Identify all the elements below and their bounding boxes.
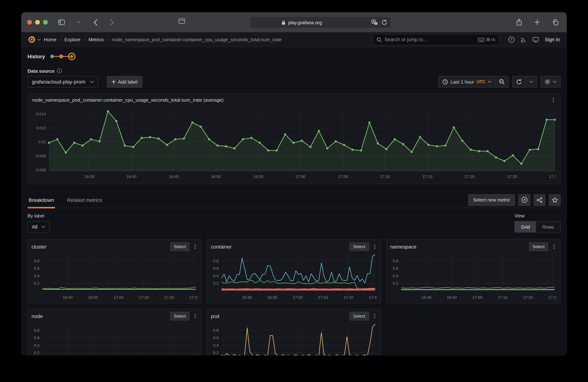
tabs-icon [552,19,558,25]
breakdown-panel-pod: podSelect16:4016:5017:0017:1017:2017:300… [207,308,381,355]
datasource-label: Data source [27,68,55,74]
by-label-select[interactable]: All [27,221,49,233]
refresh-button[interactable] [513,76,525,87]
bookmark-button[interactable] [549,194,561,206]
main-timeseries-chart[interactable]: 16:3516:4016:4516:5016:5517:0017:0517:10… [32,105,556,182]
reload-icon[interactable] [382,19,387,25]
desktop: play.grafana.org Ax̂ [0,0,588,382]
chevron-down-icon [488,81,491,83]
url-text: play.grafana.org [288,20,322,25]
share-button[interactable] [513,17,525,28]
tab-related-metrics[interactable]: Related metrics [66,192,103,208]
breadcrumb-item[interactable]: Metrics [88,37,104,42]
container-chart[interactable]: 16:4016:5017:0017:1017:2017:300.20.40.60… [211,252,377,302]
select-pod-button[interactable]: Select [350,312,369,321]
sidebar-toggle-button[interactable] [56,17,67,28]
svg-text:0.6: 0.6 [213,336,219,340]
zoom-window-button[interactable] [43,20,48,25]
namespace-chart[interactable]: 16:4016:5017:0017:1017:2017:300.20.40.60… [390,252,556,302]
panel-menu-button[interactable] [372,244,377,249]
minimize-window-button[interactable] [35,20,40,25]
sidebar-icon [58,19,65,25]
kebab-icon [551,244,556,249]
svg-text:17:00: 17:00 [293,295,303,300]
translate-icon[interactable]: Ax̂ [372,19,378,25]
svg-text:0.2: 0.2 [393,281,398,286]
svg-text:0.2: 0.2 [213,350,219,355]
share-panel-button[interactable] [534,194,545,206]
sign-in-link[interactable]: Sign in [545,37,560,42]
grafana-logo[interactable] [27,36,41,44]
tab-overview-button[interactable] [549,17,561,28]
history-timeline[interactable] [49,53,77,60]
settings-button[interactable] [541,76,560,87]
panel-menu-button[interactable] [372,314,377,319]
lock-icon [281,20,286,25]
svg-text:17:20: 17:20 [464,174,475,179]
breadcrumb-item[interactable]: Explore [64,37,80,42]
display-button[interactable] [532,37,539,42]
svg-text:17:20: 17:20 [523,295,533,300]
by-label-value: All [32,224,38,230]
svg-text:0.6: 0.6 [34,266,40,270]
node-chart[interactable]: 16:4016:5017:0017:1017:2017:300.20.40.60… [32,321,198,355]
explore-button[interactable] [519,194,530,206]
settings-group [541,76,561,88]
refresh-interval-button[interactable] [526,76,537,87]
traffic-lights [27,20,48,25]
view-grid-option[interactable]: Grid [515,221,536,232]
zoom-out-icon [499,79,505,85]
svg-text:0.8: 0.8 [34,259,40,263]
zoom-out-button[interactable] [495,76,508,87]
svg-text:0.014: 0.014 [36,112,46,116]
view-rows-option[interactable]: Rows [536,221,560,232]
select-cluster-button[interactable]: Select [170,242,189,251]
search-icon [376,37,381,42]
plus-icon [111,79,116,84]
close-window-button[interactable] [27,20,32,25]
forward-button[interactable] [106,17,118,28]
panel-menu-button[interactable] [551,244,556,249]
share-network-icon [537,197,542,203]
select-node-button[interactable]: Select [170,312,189,321]
refresh-picker [512,76,537,88]
search-input[interactable]: Search or jump to... ⌘+k [372,34,499,45]
plus-icon [534,19,540,25]
pod-chart[interactable]: 16:4016:5017:0017:1017:2017:300.20.40.60… [211,321,377,355]
metric-panel: node_namespace_pod_container:container_c… [27,93,561,184]
cluster-chart[interactable]: 16:4016:5017:0017:1017:2017:300.20.40.60… [32,252,198,302]
sidebar-menu-chevron-button[interactable] [73,17,84,28]
add-label-button[interactable]: Add label [107,76,142,88]
time-range-button[interactable]: Last 1 hour UTC [439,76,495,87]
svg-text:17:05: 17:05 [338,174,348,179]
svg-text:17:30: 17:30 [369,295,377,300]
svg-text:0.2: 0.2 [34,350,40,355]
select-container-button[interactable]: Select [350,242,369,251]
grafana-app: Home›Explore›Metrics›node_namespace_pod_… [21,33,567,355]
kebab-icon [551,97,556,103]
panel-menu-button[interactable] [193,314,198,319]
datasource-picker[interactable]: grafanacloud-play-prom [27,76,98,88]
new-tab-button[interactable] [531,17,543,28]
breadcrumb-item[interactable]: Home [44,37,56,42]
select-namespace-button[interactable]: Select [529,242,548,251]
cluster-chart-canvas: 16:4016:5017:0017:1017:2017:300.20.40.60… [32,252,197,302]
panel-menu-button[interactable] [551,97,556,103]
select-new-metric-button[interactable]: Select new metric [468,194,515,206]
kebab-icon [372,244,377,249]
info-icon: i [57,68,62,74]
help-icon: ? [508,37,514,43]
forward-icon [110,19,114,25]
svg-text:17:30: 17:30 [549,174,556,179]
back-button[interactable] [89,17,101,28]
panel-menu-button[interactable] [193,244,198,249]
svg-text:17:20: 17:20 [344,295,354,300]
help-button[interactable]: ? [508,37,514,43]
website-settings-icon[interactable] [178,19,185,24]
history-label: History [27,54,45,59]
news-button[interactable] [521,37,526,42]
svg-text:16:45: 16:45 [169,174,179,179]
url-field[interactable]: play.grafana.org Ax̂ [250,17,391,28]
tab-breakdown[interactable]: Breakdown [27,192,55,208]
share-icon [516,19,522,26]
